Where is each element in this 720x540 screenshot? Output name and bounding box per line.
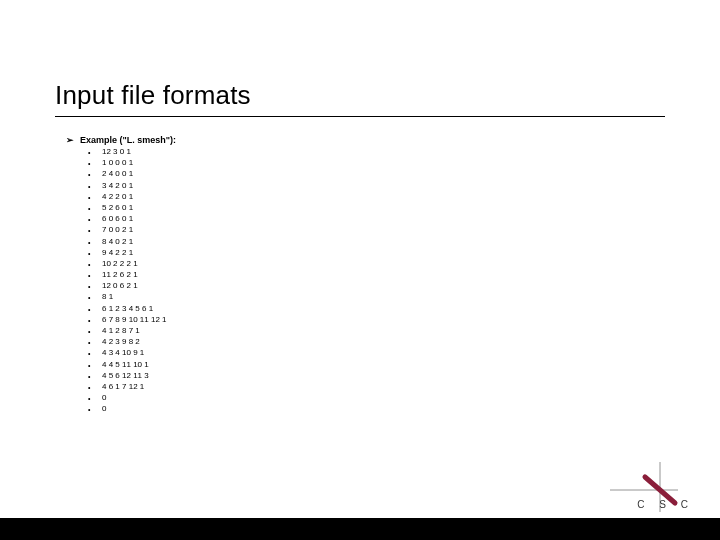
data-line: •6 7 8 9 10 11 12 1 (88, 315, 176, 326)
dot-bullet-icon: • (88, 393, 102, 404)
dot-bullet-icon: • (88, 192, 102, 203)
data-line: •12 3 0 1 (88, 147, 176, 158)
data-line-text: 4 1 2 8 7 1 (102, 326, 140, 337)
data-line-text: 0 (102, 404, 106, 415)
data-line: •4 2 3 9 8 2 (88, 337, 176, 348)
data-line-text: 4 6 1 7 12 1 (102, 382, 144, 393)
dot-bullet-icon: • (88, 158, 102, 169)
data-line: •1 0 0 0 1 (88, 158, 176, 169)
data-line: •3 4 2 0 1 (88, 181, 176, 192)
data-line-text: 8 1 (102, 292, 113, 303)
dot-bullet-icon: • (88, 214, 102, 225)
data-line: •0 (88, 404, 176, 415)
dot-bullet-icon: • (88, 315, 102, 326)
dot-bullet-icon: • (88, 382, 102, 393)
dot-bullet-icon: • (88, 248, 102, 259)
data-line: •2 4 0 0 1 (88, 169, 176, 180)
footer-bar (0, 518, 720, 540)
dot-bullet-icon: • (88, 348, 102, 359)
example-label: Example ("L. smesh"): (80, 136, 176, 145)
data-line-text: 4 2 3 9 8 2 (102, 337, 140, 348)
data-line-text: 4 2 2 0 1 (102, 192, 133, 203)
data-line: •0 (88, 393, 176, 404)
dot-bullet-icon: • (88, 304, 102, 315)
data-line-text: 6 1 2 3 4 5 6 1 (102, 304, 153, 315)
data-line: •6 0 6 0 1 (88, 214, 176, 225)
data-line: •5 2 6 0 1 (88, 203, 176, 214)
dot-bullet-icon: • (88, 281, 102, 292)
dot-bullet-icon: • (88, 225, 102, 236)
dot-bullet-icon: • (88, 360, 102, 371)
csc-logo-text: C S C (637, 499, 694, 510)
data-line-text: 4 5 6 12 11 3 (102, 371, 149, 382)
data-line-text: 6 0 6 0 1 (102, 214, 133, 225)
data-line-text: 11 2 6 2 1 (102, 270, 138, 281)
arrow-bullet-icon: ➢ (66, 136, 80, 145)
page-title: Input file formats (55, 80, 251, 111)
data-line: •4 1 2 8 7 1 (88, 326, 176, 337)
dot-bullet-icon: • (88, 147, 102, 158)
data-line-text: 1 0 0 0 1 (102, 158, 133, 169)
data-line-text: 4 3 4 10 9 1 (102, 348, 144, 359)
data-line-text: 12 0 6 2 1 (102, 281, 138, 292)
data-line: •4 5 6 12 11 3 (88, 371, 176, 382)
data-line: •4 6 1 7 12 1 (88, 382, 176, 393)
data-line: •6 1 2 3 4 5 6 1 (88, 304, 176, 315)
data-line: •8 4 0 2 1 (88, 237, 176, 248)
example-heading: ➢ Example ("L. smesh"): (66, 136, 176, 145)
dot-bullet-icon: • (88, 203, 102, 214)
dot-bullet-icon: • (88, 326, 102, 337)
data-line: •9 4 2 2 1 (88, 248, 176, 259)
data-line: •8 1 (88, 292, 176, 303)
dot-bullet-icon: • (88, 181, 102, 192)
data-line-text: 0 (102, 393, 106, 404)
slide: Input file formats ➢ Example ("L. smesh"… (0, 0, 720, 540)
dot-bullet-icon: • (88, 337, 102, 348)
dot-bullet-icon: • (88, 292, 102, 303)
data-line: •7 0 0 2 1 (88, 225, 176, 236)
dot-bullet-icon: • (88, 259, 102, 270)
data-lines: •12 3 0 1•1 0 0 0 1•2 4 0 0 1•3 4 2 0 1•… (88, 147, 176, 416)
dot-bullet-icon: • (88, 371, 102, 382)
data-line-text: 4 4 5 11 10 1 (102, 360, 149, 371)
dot-bullet-icon: • (88, 270, 102, 281)
dot-bullet-icon: • (88, 237, 102, 248)
content-block: ➢ Example ("L. smesh"): •12 3 0 1•1 0 0 … (66, 136, 176, 416)
dot-bullet-icon: • (88, 404, 102, 415)
data-line-text: 3 4 2 0 1 (102, 181, 133, 192)
data-line: •10 2 2 2 1 (88, 259, 176, 270)
data-line-text: 9 4 2 2 1 (102, 248, 133, 259)
data-line: •4 2 2 0 1 (88, 192, 176, 203)
data-line-text: 12 3 0 1 (102, 147, 131, 158)
dot-bullet-icon: • (88, 169, 102, 180)
title-underline (55, 116, 665, 117)
data-line: •4 3 4 10 9 1 (88, 348, 176, 359)
data-line: •11 2 6 2 1 (88, 270, 176, 281)
data-line-text: 2 4 0 0 1 (102, 169, 133, 180)
data-line-text: 5 2 6 0 1 (102, 203, 133, 214)
data-line: •12 0 6 2 1 (88, 281, 176, 292)
data-line: •4 4 5 11 10 1 (88, 360, 176, 371)
data-line-text: 7 0 0 2 1 (102, 225, 133, 236)
data-line-text: 6 7 8 9 10 11 12 1 (102, 315, 167, 326)
data-line-text: 10 2 2 2 1 (102, 259, 138, 270)
data-line-text: 8 4 0 2 1 (102, 237, 133, 248)
